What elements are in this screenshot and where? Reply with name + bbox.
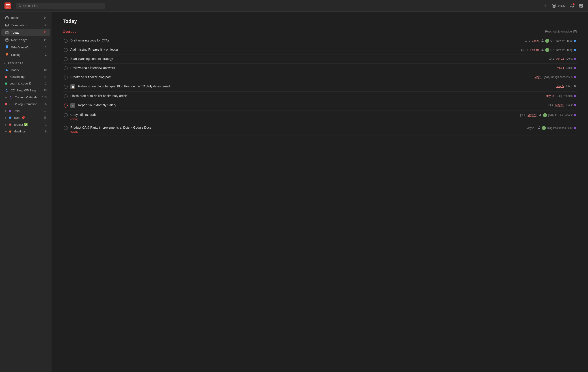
sidebar-item-project-4[interactable]: ▶ Content Calendar 183 xyxy=(1,94,50,101)
search-icon xyxy=(18,4,21,7)
task-title: Finish draft of to-do list bankruptcy ar… xyxy=(70,94,543,98)
whatsnext-label: What's next? xyxy=(11,46,29,49)
table-row[interactable]: ✉ Report Your Monthly Salary 4 May 20 Do… xyxy=(63,101,577,110)
task-checkbox[interactable] xyxy=(64,57,68,61)
task-icon-badge: 📋 xyxy=(70,84,75,89)
project-dot xyxy=(5,103,7,105)
project-chevron: ▶ xyxy=(5,123,7,126)
inbox-count: 24 xyxy=(44,16,47,19)
projects-section-label: Projects xyxy=(8,62,44,65)
project-count: 68 xyxy=(44,116,47,119)
task-project: Blog Projects xyxy=(557,94,576,97)
sidebar-item-project-7[interactable]: ▶ Twist 📌 68 xyxy=(1,114,50,121)
inbox-icon xyxy=(5,16,9,20)
table-row[interactable]: Review Ana's interview answers May 1 Doi… xyxy=(63,64,577,73)
task-checkbox[interactable] xyxy=(64,126,68,130)
calendar-icon xyxy=(573,30,577,33)
team-inbox-count: 32 xyxy=(44,23,47,27)
task-checkbox[interactable] xyxy=(64,104,68,107)
task-content: Finish draft of to-do list bankruptcy ar… xyxy=(70,94,543,98)
project-label: Learn to code 🖥 xyxy=(10,82,43,85)
project-person-icon xyxy=(9,96,12,99)
project-label: C7 | New WP Blog xyxy=(11,89,42,92)
project-color-dot xyxy=(574,58,576,60)
sidebar-item-project-9[interactable]: ▶ Meetings 9 xyxy=(1,128,50,135)
project-chevron: ▶ xyxy=(5,109,7,112)
table-row[interactable]: Add missing Privacy link on footer 15 Fe… xyxy=(63,45,577,54)
task-date: Feb 10 xyxy=(530,48,539,52)
svg-point-33 xyxy=(542,48,543,50)
table-row[interactable]: Product QA & Parity improvements at Dois… xyxy=(63,123,577,136)
sidebar-item-project-2[interactable]: Learn to code 🖥 2 xyxy=(1,80,50,87)
editing-icon xyxy=(5,53,9,57)
project-dot xyxy=(5,76,7,78)
task-checkbox[interactable] xyxy=(64,94,68,98)
project-color-dot xyxy=(574,127,576,129)
table-row[interactable]: Finish draft of to-do list bankruptcy ar… xyxy=(63,92,577,101)
task-content: Product QA & Parity improvements at Dois… xyxy=(70,126,524,134)
table-row[interactable]: 📋 Follow up on blog changes: Blog Post o… xyxy=(63,82,577,92)
task-checkbox[interactable] xyxy=(64,66,68,70)
task-title: Proofread & finalize blog post xyxy=(70,75,532,80)
sidebar-item-team-inbox[interactable]: Team Inbox 32 xyxy=(1,21,50,29)
table-row[interactable]: Proofread & finalize blog post May 1 [a&… xyxy=(63,73,577,82)
task-checkbox[interactable] xyxy=(64,39,68,43)
svg-point-25 xyxy=(6,69,7,70)
notifications-button[interactable] xyxy=(570,3,575,8)
add-button[interactable] xyxy=(543,3,548,8)
project-count: 10 xyxy=(44,68,47,72)
sidebar-item-project-6[interactable]: ▶ Doist 197 xyxy=(1,107,50,114)
bell-icon xyxy=(570,4,574,8)
add-project-button[interactable]: + xyxy=(45,61,48,66)
karma-display[interactable]: 24133 xyxy=(552,4,566,8)
project-color-dot xyxy=(574,67,576,69)
project-count: 197 xyxy=(42,109,47,113)
project-count: 183 xyxy=(42,96,47,99)
settings-button[interactable] xyxy=(578,3,584,8)
table-row[interactable]: Draft missing copy for CTAs 1 Jan 6 C7 |… xyxy=(63,36,577,45)
task-comment-count: 4 xyxy=(548,104,553,107)
task-content: Copy edit 1st draft editing xyxy=(70,113,517,121)
avatar xyxy=(542,126,546,130)
reschedule-button[interactable]: Reschedule overdue xyxy=(545,30,577,33)
project-chevron: ▶ xyxy=(5,130,7,133)
projects-section-header[interactable]: ▼ Projects + xyxy=(1,61,50,66)
svg-point-10 xyxy=(554,5,555,6)
task-checkbox[interactable] xyxy=(64,48,68,52)
task-checkbox[interactable] xyxy=(64,75,68,80)
next7days-icon xyxy=(5,38,9,42)
svg-point-8 xyxy=(552,4,556,8)
sidebar-item-today[interactable]: 28 Today 11 xyxy=(1,29,50,36)
project-dot xyxy=(9,130,11,133)
sidebar-item-project-8[interactable]: ▶ Todoist ✅ 1 xyxy=(1,121,50,128)
sidebar-item-next7days[interactable]: Next 7 days 14 xyxy=(1,36,50,43)
task-title: Follow up on blog changes: Blog Post on … xyxy=(78,84,554,89)
sidebar-item-whatsnext[interactable]: What's next? 1 xyxy=(1,44,50,51)
avatar xyxy=(545,48,549,52)
table-row[interactable]: Copy edit 1st draft editing 1 May 20 [a&… xyxy=(63,110,577,123)
sidebar-item-inbox[interactable]: Inbox 24 xyxy=(1,14,50,21)
project-chevron: ▶ xyxy=(5,116,7,119)
search-bar[interactable]: Quick Find xyxy=(16,3,105,9)
today-count: 11 xyxy=(44,31,47,34)
table-row[interactable]: Start planning content strategy 1 Apr 18… xyxy=(63,54,577,64)
sidebar-item-project-5[interactable]: SEO/Blog Promotion 6 xyxy=(1,101,50,107)
sidebar-item-project-0[interactable]: Goals 10 xyxy=(1,66,50,73)
svg-rect-28 xyxy=(574,30,576,33)
svg-rect-24 xyxy=(7,55,8,56)
sidebar-item-project-1[interactable]: Networking 24 xyxy=(1,74,50,80)
task-meta: May 5 Inbox xyxy=(556,85,576,88)
task-checkbox[interactable] xyxy=(64,85,68,89)
sidebar-item-project-3[interactable]: C7 | New WP Blog 15 xyxy=(1,87,50,94)
project-person-icon xyxy=(5,88,9,92)
sidebar-item-editing[interactable]: Editing 2 xyxy=(1,51,50,58)
task-project: [a&b] GTD & Todoist xyxy=(539,113,576,117)
next7days-count: 14 xyxy=(44,38,47,42)
task-project: Doist xyxy=(567,104,576,107)
app-logo[interactable] xyxy=(4,2,11,9)
svg-point-26 xyxy=(6,89,7,90)
task-date: May 23 xyxy=(527,126,535,129)
project-person-icon xyxy=(5,68,9,72)
task-checkbox[interactable] xyxy=(64,113,68,117)
project-color-dot xyxy=(574,49,576,51)
